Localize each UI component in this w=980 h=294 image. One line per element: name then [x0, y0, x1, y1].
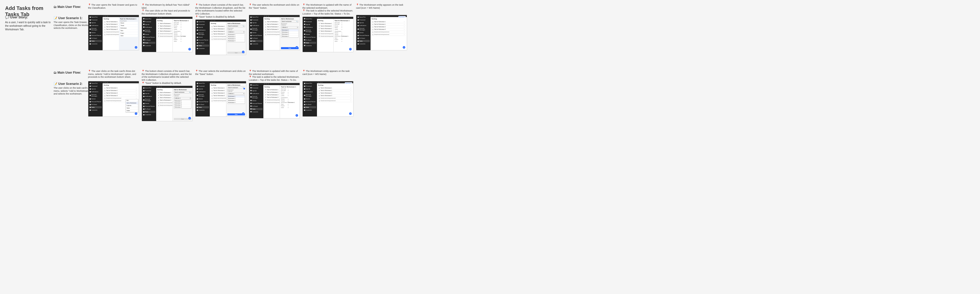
task-row[interactable]: Task for Workstream 2⋯ [103, 92, 138, 95]
sidebar-item[interactable]: Personal Planner [89, 101, 102, 103]
sidebar-item[interactable]: Personal Messages [250, 27, 262, 31]
task-checkbox[interactable] [265, 27, 266, 27]
task-row[interactable]: Task for Workstream 1⋯ [372, 21, 406, 23]
ws-search-input[interactable]: Search workstream🔍 [174, 91, 191, 93]
sidebar-item[interactable]: Processed [89, 19, 102, 21]
sidebar-item[interactable]: Personal Planner [250, 103, 262, 104]
classif-card[interactable]: Team [120, 30, 138, 32]
classif-card[interactable]: Workstream [120, 27, 138, 29]
sidebar-item[interactable]: Notifications [196, 91, 209, 93]
ws-list-item[interactable]: Workstream 1 [228, 34, 245, 36]
drawer-class-field[interactable]: Thread— [174, 34, 191, 35]
sidebar-item[interactable]: Customize [304, 109, 316, 111]
ws-collection-dropdown[interactable]: Collection 1▾ [228, 92, 245, 95]
task-row[interactable]: Task for Workstream 1⋯ [103, 87, 138, 89]
ws-list-item[interactable]: Workstream 2 [228, 98, 245, 100]
sidebar-item[interactable]: Notifications [304, 91, 316, 93]
task-checkbox[interactable] [372, 34, 373, 35]
app-mock[interactable]: Speed RunProcessedAgendaNotificationsPer… [249, 15, 300, 51]
sidebar-item[interactable]: Pin Board [89, 103, 102, 106]
sidebar-item[interactable]: Pin Board [250, 105, 262, 107]
sidebar-item[interactable]: Tasks [304, 106, 316, 108]
task-row[interactable]: Task for Workstream 1⋯ [318, 87, 352, 89]
ws-collection-dropdown[interactable]: Collection 1▾ [174, 97, 191, 100]
sidebar-item[interactable]: Tasks [143, 42, 156, 44]
sidebar-item[interactable]: Starred [250, 32, 262, 34]
sidebar-item[interactable]: Starred [304, 33, 316, 35]
task-checkbox[interactable] [319, 98, 320, 99]
task-checkbox[interactable] [104, 90, 105, 91]
sidebar-item[interactable]: Notifications [357, 24, 370, 27]
sidebar-item[interactable]: Personal Planner [250, 35, 262, 36]
sidebar-item[interactable]: Pin Board [143, 108, 156, 110]
drawer-class-field[interactable]: Team— [281, 104, 299, 105]
sidebar-item[interactable]: Starred [143, 33, 156, 35]
sidebar-item[interactable]: Speed Run [250, 84, 262, 86]
ws-search-input[interactable]: Search workstream🔍 [228, 87, 245, 89]
drawer-class-field[interactable]: Client— [334, 41, 352, 42]
task-row[interactable]: Sample task being processed⋯ [372, 33, 406, 36]
classif-card[interactable]: Stream [120, 22, 138, 24]
sidebar-item[interactable]: Personal Messages [89, 93, 102, 97]
sidebar-item[interactable]: Notifications [250, 92, 262, 95]
sidebar-item[interactable]: Personal Messages [89, 27, 102, 31]
task-checkbox[interactable] [158, 103, 159, 103]
kebab-icon[interactable]: ⋯ [404, 34, 405, 35]
app-mock[interactable]: Speed RunProcessedAgendaNotificationsPer… [88, 81, 139, 117]
sidebar-item[interactable]: Personal Messages [196, 93, 209, 97]
sidebar-item[interactable]: Agenda [89, 88, 102, 90]
task-checkbox[interactable] [372, 32, 373, 33]
ws-collection-dropdown[interactable]: Collection 1▾ [281, 26, 299, 28]
drawer-class-field[interactable]: Thread— [281, 100, 299, 102]
sidebar-item[interactable]: Personal Planner [196, 101, 209, 103]
task-checkbox[interactable] [158, 25, 159, 27]
task-checkbox[interactable] [372, 27, 373, 27]
task-checkbox[interactable] [319, 33, 320, 34]
sidebar-item[interactable]: Personal Planner [304, 101, 316, 103]
ctx-menu-item[interactable]: Select [126, 107, 138, 109]
app-mock[interactable]: Speed RunProcessedAgendaNotificationsPer… [356, 15, 407, 51]
task-checkbox[interactable] [372, 21, 373, 22]
sidebar-item[interactable]: Customize [250, 43, 262, 45]
sidebar-item[interactable]: Notifications [143, 26, 156, 28]
sidebar-item[interactable]: Speed Run [196, 82, 209, 84]
ws-list-item[interactable]: Workstream 4 [228, 40, 245, 42]
task-checkbox[interactable] [212, 90, 213, 91]
ws-list-item[interactable]: Workstream 1 [174, 100, 191, 102]
ctx-menu-item[interactable]: Add to Workstream [126, 102, 138, 104]
sidebar-item[interactable]: Notifications [143, 95, 156, 97]
sidebar-item[interactable]: Agenda [250, 22, 262, 24]
task-checkbox[interactable] [158, 97, 159, 98]
task-checkbox[interactable] [265, 32, 266, 33]
sidebar-item[interactable]: Agenda [304, 88, 316, 90]
sidebar-item[interactable]: Customize [304, 44, 316, 47]
classif-card[interactable]: Project [120, 32, 138, 35]
task-checkbox[interactable] [158, 105, 159, 106]
ws-list-item[interactable]: Workstream 2 [174, 102, 191, 104]
sidebar-item[interactable]: Pin Board [143, 39, 156, 41]
sidebar-item[interactable]: Personal Messages [143, 29, 156, 33]
task-checkbox[interactable] [265, 102, 266, 103]
sidebar-item[interactable]: Speed Run [304, 18, 316, 20]
app-mock[interactable]: Speed RunProcessedAgendaNotificationsPer… [302, 17, 353, 52]
ws-list-item[interactable]: Workstream 3 [174, 104, 191, 106]
task-row[interactable]: Sample task being processed⋯ [318, 97, 352, 100]
kebab-icon[interactable]: ⋯ [350, 92, 352, 94]
sidebar-item[interactable]: Customize [89, 43, 102, 45]
sidebar-item[interactable]: Customize [196, 47, 209, 49]
drawer-class-field[interactable]: Stream— [174, 32, 191, 34]
fab-add-button[interactable]: + [296, 114, 298, 117]
task-row[interactable]: Task for Workstream 2⋯ [372, 26, 406, 28]
comment-pin[interactable] [243, 88, 245, 89]
task-checkbox[interactable] [212, 100, 213, 101]
task-row[interactable]: Task for Workstream 1⋯ [372, 23, 406, 26]
drawer-class-field[interactable]: Client— [281, 107, 299, 108]
drawer-class-field[interactable]: Thread— [334, 34, 352, 35]
task-checkbox[interactable] [104, 34, 105, 35]
sidebar-item[interactable]: Tasks [304, 42, 316, 44]
task-checkbox[interactable] [104, 27, 105, 27]
kebab-icon[interactable]: ⋯ [404, 29, 405, 30]
sidebar-item[interactable]: Processed [143, 21, 156, 23]
kebab-icon[interactable]: ⋯ [136, 98, 137, 99]
sidebar-item[interactable]: Processed [196, 85, 209, 87]
